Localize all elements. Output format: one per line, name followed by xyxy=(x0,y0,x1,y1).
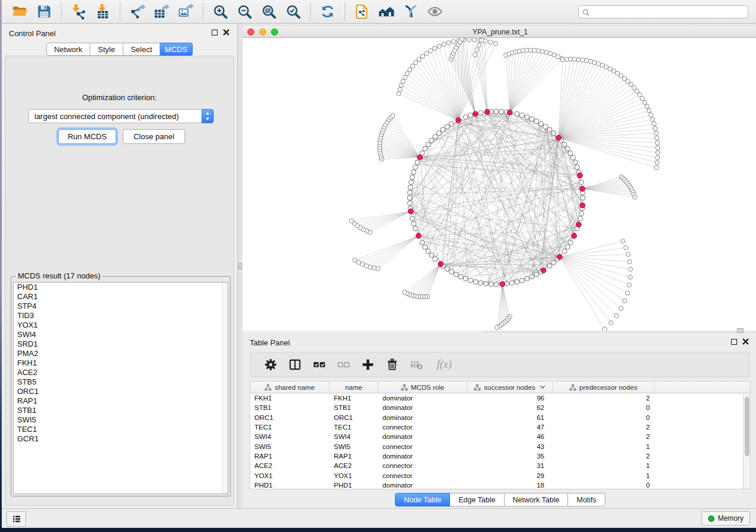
graph-node[interactable] xyxy=(580,186,585,191)
graph-node[interactable] xyxy=(628,275,632,279)
graph-node[interactable] xyxy=(635,89,639,93)
graph-node[interactable] xyxy=(627,283,631,287)
open-file-icon[interactable] xyxy=(12,4,28,20)
mcds-result-item[interactable]: ORC1 xyxy=(14,387,228,396)
eye-icon[interactable] xyxy=(427,4,443,20)
graph-node[interactable] xyxy=(463,277,468,281)
graph-node[interactable] xyxy=(416,233,421,239)
graph-node[interactable] xyxy=(484,109,490,114)
graph-node[interactable] xyxy=(438,261,444,267)
table-row[interactable]: STB1STB1dominator620 xyxy=(250,403,750,412)
tab-edge-table[interactable]: Edge Table xyxy=(450,493,504,507)
float-panel-icon[interactable] xyxy=(212,30,218,36)
zoom-fit-icon[interactable] xyxy=(261,4,277,20)
graph-node[interactable] xyxy=(417,155,423,160)
graph-node[interactable] xyxy=(565,146,570,151)
table-row[interactable]: FKH1FKH1dominator962 xyxy=(250,393,750,403)
tab-style[interactable]: Style xyxy=(90,43,123,56)
column-header-mcds-role[interactable]: MCDS role xyxy=(378,382,467,393)
global-search-field[interactable] xyxy=(578,5,748,18)
graph-node[interactable] xyxy=(442,42,446,46)
import-network-icon[interactable] xyxy=(71,4,87,20)
graph-node[interactable] xyxy=(650,117,655,121)
splitter-grip[interactable] xyxy=(737,328,744,333)
table-row[interactable]: RAP1RAP1dominator352 xyxy=(250,451,750,461)
tab-mcds[interactable]: MCDS xyxy=(160,43,193,56)
graph-node[interactable] xyxy=(473,111,478,117)
graph-node[interactable] xyxy=(576,57,580,62)
graph-node[interactable] xyxy=(515,280,519,284)
graph-node[interactable] xyxy=(624,245,628,249)
scrollbar-thumb[interactable] xyxy=(745,397,749,456)
graph-node[interactable] xyxy=(423,245,428,249)
graph-node[interactable] xyxy=(407,190,412,195)
zoom-selected-icon[interactable] xyxy=(285,4,301,20)
graph-node[interactable] xyxy=(551,260,556,265)
mcds-result-item[interactable]: STB5 xyxy=(14,377,228,387)
graph-node[interactable] xyxy=(515,111,519,116)
mcds-result-item[interactable]: ACE2 xyxy=(14,368,228,377)
graph-node[interactable] xyxy=(544,50,548,55)
graph-node[interactable] xyxy=(407,196,412,200)
graph-node[interactable] xyxy=(578,216,583,221)
graph-node[interactable] xyxy=(401,79,405,84)
mcds-result-item[interactable]: FKH1 xyxy=(14,358,228,368)
graph-node[interactable] xyxy=(627,259,631,264)
graph-node[interactable] xyxy=(519,113,524,118)
graph-node[interactable] xyxy=(576,222,582,227)
graph-node[interactable] xyxy=(410,216,414,221)
graph-node[interactable] xyxy=(425,52,429,56)
graph-node[interactable] xyxy=(479,281,483,286)
graph-node[interactable] xyxy=(415,160,420,165)
graph-node[interactable] xyxy=(588,59,592,63)
graph-node[interactable] xyxy=(467,38,471,42)
graph-node[interactable] xyxy=(592,60,596,65)
close-panel-icon[interactable] xyxy=(742,338,749,345)
mcds-result-item[interactable]: CAR1 xyxy=(14,292,228,302)
graph-node[interactable] xyxy=(403,290,407,294)
graph-node[interactable] xyxy=(507,110,512,115)
graph-node[interactable] xyxy=(570,155,575,160)
graph-node[interactable] xyxy=(376,267,380,271)
mcds-result-item[interactable]: STB1 xyxy=(14,406,228,415)
graph-node[interactable] xyxy=(493,41,497,46)
graph-node[interactable] xyxy=(541,268,546,273)
graph-node[interactable] xyxy=(429,138,434,143)
graph-node[interactable] xyxy=(407,201,412,206)
graph-node[interactable] xyxy=(654,131,658,135)
tab-node-table[interactable]: Node Table xyxy=(395,493,450,507)
select-all-icon[interactable] xyxy=(312,358,326,371)
graph-node[interactable] xyxy=(557,254,562,259)
graph-node[interactable] xyxy=(413,165,418,169)
graph-node[interactable] xyxy=(585,59,589,63)
refresh-layout-icon[interactable] xyxy=(320,4,336,20)
export-network-icon[interactable] xyxy=(129,4,145,20)
graph-node[interactable] xyxy=(410,64,414,68)
graph-node[interactable] xyxy=(556,135,562,140)
graph-node[interactable] xyxy=(409,180,413,185)
graph-node[interactable] xyxy=(413,60,417,65)
mcds-result-item[interactable]: RAP1 xyxy=(14,396,228,406)
graph-node[interactable] xyxy=(372,266,376,270)
deselect-all-icon[interactable] xyxy=(337,358,350,371)
column-header-successor-nodes[interactable]: successor nodes xyxy=(467,382,553,393)
graph-node[interactable] xyxy=(456,117,461,123)
graph-node[interactable] xyxy=(364,264,368,268)
graph-node[interactable] xyxy=(529,117,534,121)
graph-node[interactable] xyxy=(454,272,458,277)
graph-node[interactable] xyxy=(519,278,524,283)
memory-button[interactable]: Memory xyxy=(701,511,750,525)
save-session-icon[interactable] xyxy=(36,4,52,20)
graph-node[interactable] xyxy=(654,165,658,169)
graph-node[interactable] xyxy=(547,264,552,268)
graph-node[interactable] xyxy=(445,267,449,271)
graph-node[interactable] xyxy=(403,75,407,79)
graph-node[interactable] xyxy=(494,109,499,114)
graph-node[interactable] xyxy=(433,134,438,139)
graph-node[interactable] xyxy=(565,245,570,249)
network-view[interactable] xyxy=(243,38,756,331)
tab-network[interactable]: Network xyxy=(46,43,90,56)
column-header-shared-name[interactable]: shared name xyxy=(250,382,330,393)
graph-node[interactable] xyxy=(656,150,660,155)
graph-node[interactable] xyxy=(397,91,401,95)
